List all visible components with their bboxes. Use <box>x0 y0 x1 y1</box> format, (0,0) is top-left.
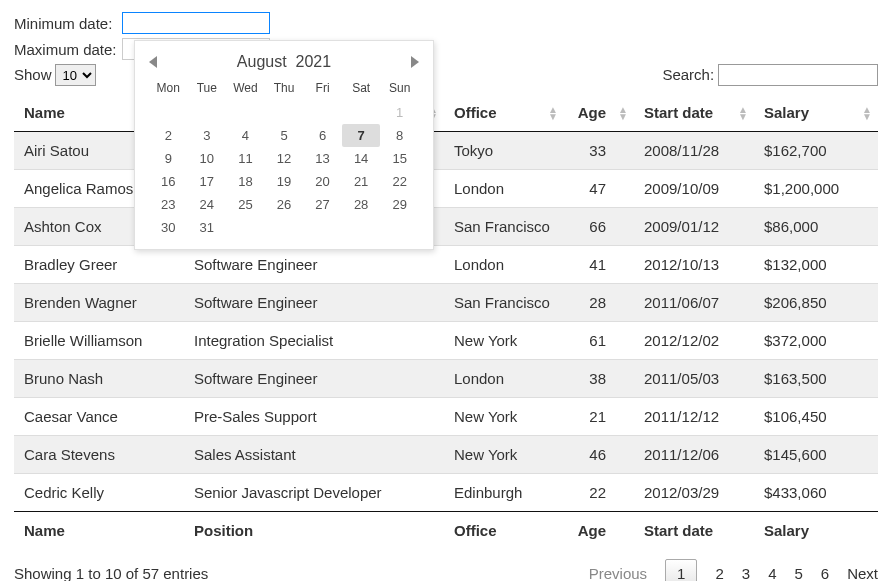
datepicker-day[interactable]: 26 <box>265 193 304 216</box>
cell-position: Software Engineer <box>184 284 444 322</box>
cell-position: Sales Assistant <box>184 436 444 474</box>
paginate-previous[interactable]: Previous <box>589 565 647 581</box>
cell-salary: $1,200,000 <box>754 170 878 208</box>
length-select[interactable]: 10 <box>55 64 96 86</box>
paginate-page[interactable]: 1 <box>665 559 697 581</box>
datepicker-day[interactable]: 2 <box>149 124 188 147</box>
max-date-label: Maximum date: <box>14 41 122 58</box>
search-input[interactable] <box>718 64 878 86</box>
datepicker-day[interactable]: 21 <box>342 170 381 193</box>
col-footer-name: Name <box>14 512 184 550</box>
datepicker-day[interactable]: 13 <box>303 147 342 170</box>
cell-office: London <box>444 360 564 398</box>
datepicker-day[interactable]: 17 <box>188 170 227 193</box>
datepicker-popup: August 2021 MonTueWedThuFriSatSun 123456… <box>134 40 434 250</box>
datepicker-day[interactable]: 10 <box>188 147 227 170</box>
table-row: Brielle WilliamsonIntegration Specialist… <box>14 322 878 360</box>
min-date-label: Minimum date: <box>14 15 122 32</box>
col-header-start-date[interactable]: Start date▲▼ <box>634 94 754 132</box>
cell-start-date: 2012/10/13 <box>634 246 754 284</box>
datepicker-dow: Wed <box>226 77 265 101</box>
datepicker-day[interactable]: 30 <box>149 216 188 239</box>
datepicker-day[interactable]: 8 <box>380 124 419 147</box>
col-footer-office: Office <box>444 512 564 550</box>
datepicker-day[interactable]: 15 <box>380 147 419 170</box>
col-footer-start-date: Start date <box>634 512 754 550</box>
cell-start-date: 2011/12/12 <box>634 398 754 436</box>
datepicker-day <box>342 101 381 124</box>
datepicker-day[interactable]: 6 <box>303 124 342 147</box>
datepicker-day[interactable]: 28 <box>342 193 381 216</box>
paginate-page[interactable]: 2 <box>715 565 723 581</box>
min-date-input[interactable] <box>122 12 270 34</box>
datepicker-day[interactable]: 25 <box>226 193 265 216</box>
col-footer-position: Position <box>184 512 444 550</box>
cell-office: New York <box>444 436 564 474</box>
datepicker-dow: Mon <box>149 77 188 101</box>
cell-start-date: 2011/06/07 <box>634 284 754 322</box>
datepicker-day[interactable]: 27 <box>303 193 342 216</box>
cell-name: Cara Stevens <box>14 436 184 474</box>
datepicker-dow: Fri <box>303 77 342 101</box>
paginate-next[interactable]: Next <box>847 565 878 581</box>
cell-office: San Francisco <box>444 208 564 246</box>
datepicker-day[interactable]: 19 <box>265 170 304 193</box>
datepicker-prev-icon[interactable] <box>149 56 157 68</box>
datepicker-day[interactable]: 14 <box>342 147 381 170</box>
datepicker-day[interactable]: 24 <box>188 193 227 216</box>
cell-office: New York <box>444 398 564 436</box>
datepicker-day[interactable]: 11 <box>226 147 265 170</box>
datepicker-day[interactable]: 9 <box>149 147 188 170</box>
cell-salary: $162,700 <box>754 132 878 170</box>
paginate-page[interactable]: 5 <box>794 565 802 581</box>
cell-age: 38 <box>564 360 634 398</box>
cell-start-date: 2012/12/02 <box>634 322 754 360</box>
cell-salary: $163,500 <box>754 360 878 398</box>
datepicker-dow: Thu <box>265 77 304 101</box>
cell-age: 21 <box>564 398 634 436</box>
cell-salary: $106,450 <box>754 398 878 436</box>
cell-salary: $132,000 <box>754 246 878 284</box>
datepicker-day[interactable]: 29 <box>380 193 419 216</box>
cell-position: Senior Javascript Developer <box>184 474 444 512</box>
length-label: Show <box>14 66 52 83</box>
cell-salary: $86,000 <box>754 208 878 246</box>
datepicker-day[interactable]: 3 <box>188 124 227 147</box>
col-header-age[interactable]: Age▲▼ <box>564 94 634 132</box>
table-row: Bruno NashSoftware EngineerLondon382011/… <box>14 360 878 398</box>
cell-name: Cedric Kelly <box>14 474 184 512</box>
cell-office: London <box>444 246 564 284</box>
datepicker-day <box>188 101 227 124</box>
datepicker-day[interactable]: 12 <box>265 147 304 170</box>
cell-start-date: 2009/01/12 <box>634 208 754 246</box>
sort-icon: ▲▼ <box>862 106 872 120</box>
cell-salary: $145,600 <box>754 436 878 474</box>
cell-age: 66 <box>564 208 634 246</box>
col-header-salary[interactable]: Salary▲▼ <box>754 94 878 132</box>
datepicker-day[interactable]: 1 <box>380 101 419 124</box>
cell-age: 46 <box>564 436 634 474</box>
datepicker-day[interactable]: 31 <box>188 216 227 239</box>
datepicker-day[interactable]: 22 <box>380 170 419 193</box>
datepicker-day[interactable]: 7 <box>342 124 381 147</box>
datepicker-day[interactable]: 16 <box>149 170 188 193</box>
cell-position: Integration Specialist <box>184 322 444 360</box>
paginate-page[interactable]: 4 <box>768 565 776 581</box>
cell-position: Pre-Sales Support <box>184 398 444 436</box>
cell-salary: $206,850 <box>754 284 878 322</box>
col-header-office[interactable]: Office▲▼ <box>444 94 564 132</box>
datepicker-day[interactable]: 4 <box>226 124 265 147</box>
paginate-page[interactable]: 3 <box>742 565 750 581</box>
datepicker-next-icon[interactable] <box>411 56 419 68</box>
sort-icon: ▲▼ <box>548 106 558 120</box>
datepicker-day[interactable]: 18 <box>226 170 265 193</box>
datepicker-day[interactable]: 20 <box>303 170 342 193</box>
cell-name: Brielle Williamson <box>14 322 184 360</box>
cell-name: Brenden Wagner <box>14 284 184 322</box>
datepicker-day <box>265 101 304 124</box>
paginate-page[interactable]: 6 <box>821 565 829 581</box>
cell-age: 28 <box>564 284 634 322</box>
datepicker-day[interactable]: 5 <box>265 124 304 147</box>
cell-position: Software Engineer <box>184 246 444 284</box>
datepicker-day[interactable]: 23 <box>149 193 188 216</box>
